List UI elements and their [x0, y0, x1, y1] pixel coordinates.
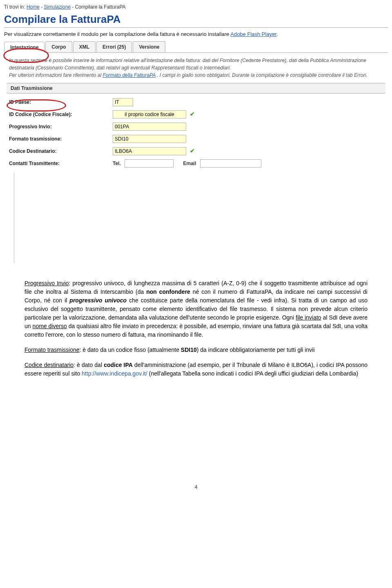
label-id-codice: ID Codice (Codice Fiscale): [4, 108, 108, 121]
tab-xml[interactable]: XML [73, 41, 96, 52]
section-description: In questa sezione è possibile inserire l… [4, 53, 388, 83]
breadcrumb-prefix: Ti trovi in: [4, 4, 27, 10]
label-email: Email [175, 161, 198, 166]
label-formato: Formato trasmissione: [4, 133, 108, 145]
tab-intestazione[interactable]: Intestazione [4, 42, 45, 53]
input-id-paese[interactable] [113, 98, 133, 106]
check-icon: ✔ [187, 111, 195, 117]
input-formato[interactable] [113, 135, 186, 143]
install-note: Per visualizzare correttamente il modulo… [4, 31, 388, 40]
input-progressivo[interactable] [113, 123, 186, 131]
indicepa-link[interactable]: http://www.indicepa.gov.it/ [82, 370, 147, 377]
tab-errori[interactable]: Errori (25) [96, 41, 132, 52]
label-progressivo: Progressivo Invio: [4, 121, 108, 133]
formato-link[interactable]: Formato della FatturaPA [102, 72, 155, 78]
page-title: Compilare la FatturaPA [4, 13, 388, 28]
tabs: Intestazione Corpo XML Errori (25) Versi… [4, 41, 388, 53]
input-email[interactable] [200, 159, 261, 168]
label-id-paese: ID Paese: [4, 96, 108, 108]
input-cod-dest[interactable] [113, 147, 186, 155]
flash-link[interactable]: Adobe Flash Player [230, 31, 276, 37]
check-icon: ✔ [187, 148, 195, 154]
label-contatti: Contatti Trasmittente: [4, 157, 108, 170]
input-tel[interactable] [125, 159, 174, 168]
document-body: Progressivo Invio: progressivo univoco, … [0, 263, 392, 378]
breadcrumb-current: Compilare la FatturaPA [75, 4, 126, 10]
breadcrumb-sim[interactable]: Simulazione [44, 4, 71, 10]
section-header-trasmissione[interactable]: Dati Trasmissione [7, 83, 385, 94]
page-number: 4 [0, 484, 392, 498]
breadcrumb: Ti trovi in: Home - Simulazione - Compil… [4, 2, 388, 11]
form-dati-trasmissione: ID Paese: ID Codice (Codice Fiscale): ✔ … [4, 96, 388, 170]
input-id-codice[interactable] [113, 110, 186, 118]
tab-corpo[interactable]: Corpo [45, 41, 72, 52]
left-vertical-rule [14, 173, 388, 263]
tab-versione[interactable]: Versione [133, 41, 165, 52]
breadcrumb-home[interactable]: Home [27, 4, 40, 10]
label-cod-dest: Codice Destinatario: [4, 145, 108, 157]
label-tel: Tel. [113, 161, 123, 166]
